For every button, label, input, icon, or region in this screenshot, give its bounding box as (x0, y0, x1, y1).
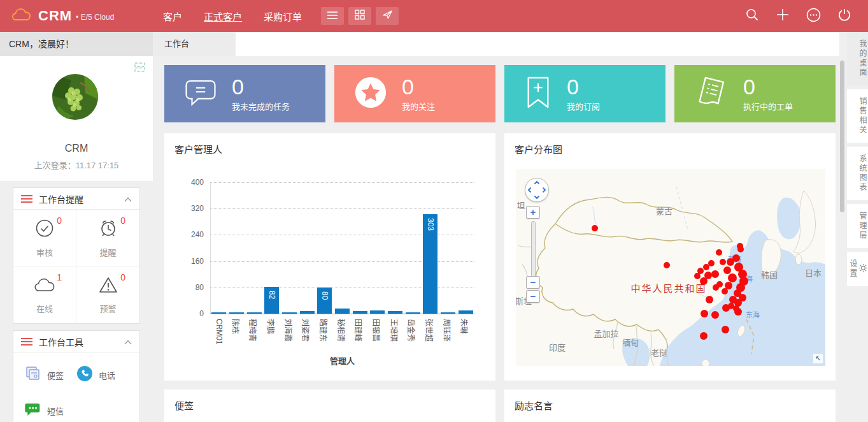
audit-label: 审核 (36, 246, 53, 258)
workbench-tools-panel: 工作台工具 便签 电话 短信 (13, 330, 140, 422)
x-tick-label: 刘姿君 (301, 319, 311, 342)
rail-tab-settings[interactable]: 设置 (847, 252, 868, 286)
apps-grid-button[interactable] (348, 7, 371, 25)
main-scrollbar[interactable] (840, 61, 844, 212)
reminders-header[interactable]: 工作台提醒 (13, 188, 139, 210)
gear-icon (858, 263, 868, 273)
power-icon[interactable] (837, 8, 851, 24)
gridline (210, 208, 474, 209)
x-tick-label: CRM01 (215, 319, 224, 345)
bar-陈栋[interactable] (229, 312, 244, 314)
tools-header[interactable]: 工作台工具 (13, 331, 139, 353)
card-my-follows[interactable]: 0 我的关注 (334, 65, 495, 122)
plus-icon[interactable] (776, 8, 790, 24)
customer-location-dot[interactable] (706, 296, 713, 303)
customer-location-dot[interactable] (728, 273, 737, 282)
chevron-up-icon[interactable] (124, 336, 132, 347)
customer-location-dot[interactable] (723, 266, 731, 274)
customer-location-dot[interactable] (700, 332, 708, 340)
rail-tab-my-desktop[interactable]: 我的桌面 (847, 32, 868, 85)
bar-朱琳[interactable] (459, 310, 473, 314)
card-my-subscriptions[interactable]: 0 我的订阅 (504, 65, 665, 122)
tool-sms[interactable]: 短信 (25, 401, 76, 420)
menu-item-customers[interactable]: 客户 (163, 10, 182, 23)
reminder-alerts[interactable]: 0 提醒 (76, 210, 139, 266)
send-button[interactable] (376, 7, 399, 25)
map-zoom-slider-thumb[interactable]: − (526, 276, 540, 289)
bar-田建峰[interactable] (353, 311, 367, 314)
brand[interactable]: CRM • E/5 Cloud (11, 7, 152, 25)
y-tick-label: 160 (174, 257, 204, 266)
bar-秘相清[interactable] (335, 309, 350, 314)
y-axis-line (210, 182, 211, 314)
y-tick-label: 320 (174, 204, 204, 213)
customer-location-dot[interactable] (711, 311, 719, 319)
more-options-icon[interactable] (806, 8, 821, 25)
card-active-workorders[interactable]: 0 执行中的工单 (674, 65, 836, 122)
customer-manager-chart-panel: 客户管理人 080160240320400CRM01陈栋程梅青82李鹏刘海霞刘姿… (164, 133, 495, 381)
menu-item-formal-customers[interactable]: 正式客户 (204, 10, 242, 23)
alerts-count: 0 (120, 215, 125, 226)
bar-周钰泽[interactable] (441, 312, 455, 314)
customer-location-dot[interactable] (592, 225, 598, 231)
bar-程梅青[interactable] (247, 312, 262, 314)
bar-王培琪[interactable] (388, 311, 402, 314)
bar-岳金秀[interactable] (406, 312, 420, 314)
customer-location-dot[interactable] (701, 310, 708, 317)
map-label: 缅甸 (622, 336, 639, 348)
top-navbar: CRM • E/5 Cloud 客户 正式客户 采购订单 (0, 0, 868, 32)
rail-tab-system-charts[interactable]: 系统图表 (847, 147, 868, 200)
check-circle-icon (34, 218, 55, 241)
bar-value-label: 82 (267, 291, 276, 299)
online-count: 1 (57, 272, 62, 282)
reminder-warning[interactable]: 0 预警 (76, 266, 139, 323)
customer-location-dot[interactable] (732, 254, 740, 262)
audit-count: 0 (57, 215, 62, 226)
card-unfinished-tasks[interactable]: 0 我未完成的任务 (164, 65, 325, 122)
y-tick-label: 240 (174, 230, 204, 239)
customer-location-dot[interactable] (716, 249, 722, 256)
search-icon[interactable] (745, 8, 759, 24)
bar-CRM01[interactable] (211, 312, 226, 314)
bar-田银昌[interactable] (370, 310, 385, 314)
chevron-up-icon[interactable] (124, 193, 132, 205)
customer-location-dot[interactable] (664, 262, 670, 268)
map-label: 蒙古 (656, 205, 672, 217)
customer-location-dot[interactable] (722, 288, 728, 295)
x-tick-label: 程梅青 (248, 319, 259, 342)
reminder-audit[interactable]: 0 审核 (13, 210, 76, 266)
customer-location-dot[interactable] (700, 277, 708, 285)
customer-location-dot[interactable] (737, 246, 744, 252)
collapse-panel-icon[interactable] (134, 62, 145, 75)
hamburger-icon (327, 10, 338, 22)
warning-count: 0 (120, 272, 125, 282)
avatar[interactable] (52, 74, 98, 120)
customer-location-dot[interactable] (703, 264, 709, 270)
main-menu: 客户 正式客户 采购订单 (163, 10, 302, 23)
customer-location-dot[interactable] (720, 259, 726, 265)
reminder-online[interactable]: 1 在线 (13, 266, 76, 323)
tab-workbench[interactable]: 工作台 (153, 32, 236, 56)
customer-location-dot[interactable] (711, 270, 719, 278)
map-pan-control[interactable] (525, 178, 549, 202)
map-zoom-in-button[interactable]: + (526, 206, 540, 219)
x-tick-label: 周钰泽 (442, 319, 453, 342)
tool-phone[interactable]: 电话 (76, 365, 128, 384)
bar-刘海霞[interactable] (282, 312, 297, 314)
menu-item-purchase-orders[interactable]: 采购订单 (264, 10, 302, 23)
bar-刘姿君[interactable] (300, 311, 315, 314)
customer-location-dot[interactable] (733, 305, 739, 312)
customer-location-dot[interactable] (722, 326, 729, 333)
customer-location-dot[interactable] (694, 273, 701, 279)
customer-location-dot[interactable] (716, 281, 723, 287)
map-zoom-slider[interactable] (531, 221, 536, 277)
map-fullscreen-icon[interactable]: ↖ (813, 354, 823, 363)
map-zoom-out-button[interactable]: − (526, 290, 540, 303)
rail-tab-sales[interactable]: 销售相关 (847, 89, 868, 143)
x-tick-label: 秘相清 (336, 319, 347, 342)
tool-notes[interactable]: 便签 (25, 365, 76, 384)
reminders-grid: 0 审核 0 提醒 1 在线 0 预警 (13, 210, 139, 323)
menu-list-button[interactable] (321, 7, 344, 25)
china-map[interactable]: 蒙古中华人民共和国韩国日本孟加拉缅甸印度老挝渤海黄海东海斯坦坦 + − − ↖ (516, 169, 825, 366)
rail-tab-management[interactable]: 管理层 (847, 204, 868, 248)
